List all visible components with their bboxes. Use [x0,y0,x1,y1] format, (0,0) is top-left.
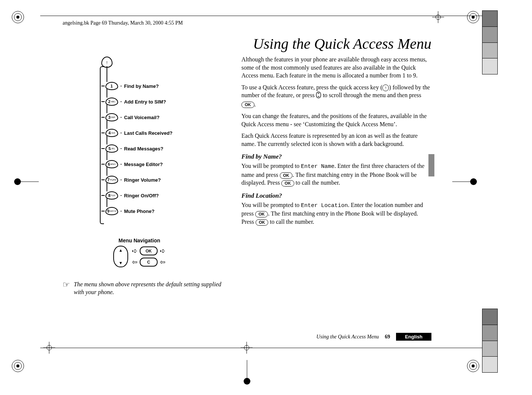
ok-key-icon: OK [140,246,158,255]
menu-item-label: Ringer Volume? [124,177,161,183]
menu-item-label: Message Editor? [124,162,163,167]
registration-dot-right [470,178,477,185]
keypad-key-icon: 3DEF [105,113,118,121]
register-cross-top [432,11,444,23]
menu-item-label: Call Voicemail? [124,115,159,120]
keypad-key-icon: 6MNO [105,160,118,168]
menu-navigation-legend: Menu Navigation ▲▼ ➪OK➪ ⇦C⇦ [98,238,180,267]
color-bar-top [482,10,498,74]
svg-point-5 [472,16,475,19]
quick-access-key-icon: ↑ [382,85,389,91]
scroll-rocker-icon: ▲▼ [113,246,128,267]
keypad-key-icon: 9WXYZ [105,207,118,215]
paragraph: To use a Quick Access feature, press the… [241,83,431,108]
pointing-hand-icon: ☞ [63,280,70,290]
page-title: Using the Quick Access Menu [241,35,431,52]
footnote: ☞ The menu shown above represents the de… [63,281,227,296]
menu-item-row: 5JKL-Read Messages? [101,144,164,153]
menu-item-row: 1-Find by Name? [101,82,159,90]
svg-point-11 [472,364,475,367]
menu-navigation-title: Menu Navigation [98,238,180,243]
menu-item-label: Read Messages? [124,146,164,152]
menu-item-row: 3DEF-Call Voicemail? [101,113,159,121]
ok-key-icon: OK [256,219,269,226]
menu-item-label: Add Entry to SIM? [124,99,166,105]
footnote-text: The menu shown above represents the defa… [74,281,227,296]
registration-mark-tr [466,10,480,24]
paragraph: Each Quick Access feature is represented… [241,132,431,148]
quick-access-menu-diagram: ↑ 1-Find by Name?2ABC-Add Entry to SIM?3… [100,63,219,227]
arrow-left-icon: ⇦ [160,259,165,265]
page-number: 69 [385,334,390,340]
menu-item-row: 4GHI-Last Calls Received? [101,129,172,137]
prompt-text: Enter Location [301,203,348,209]
paragraph: Although the features in your phone are … [241,55,431,80]
registration-mark-tl [11,10,25,24]
ok-key-icon: OK [280,172,293,179]
paragraph: You will be prompted to Enter Name. Ente… [241,162,431,187]
arrow-right-icon: ➪ [132,248,137,254]
ok-key-icon: OK [241,102,254,108]
running-header: angelsing.bk Page 69 Thursday, March 30,… [63,20,183,26]
language-badge: English [396,333,431,341]
bottom-crop-line [40,348,492,348]
menu-item-row: 2ABC-Add Entry to SIM? [101,98,166,106]
subheading-find-by-name: Find by Name? [241,153,431,160]
register-cross-bottom [43,342,55,354]
menu-item-label: Find by Name? [124,83,159,89]
registration-mark-br [466,359,480,373]
body-text: Using the Quick Access Menu Although the… [241,35,431,348]
keypad-key-icon: 2ABC [105,98,118,106]
arrow-left-icon: ⇦ [132,259,137,265]
menu-item-row: 7PQRS-Ringer Volume? [101,176,161,184]
registration-dot-left [14,178,21,185]
menu-item-label: Last Calls Received? [124,130,172,136]
arrow-right-icon: ➪ [160,248,165,254]
keypad-key-icon: 8TUV [105,191,118,200]
ok-key-icon: OK [255,211,268,217]
keypad-key-icon: 1 [105,82,118,90]
color-bar-bottom [482,309,498,373]
menu-item-row: 6MNO-Message Editor? [101,160,163,168]
paragraph: You will be prompted to Enter Location. … [241,201,431,226]
keypad-key-icon: 4GHI [105,129,118,137]
svg-point-2 [16,16,19,19]
page-footer: Using the Quick Access Menu 69 English [63,333,431,341]
prompt-text: Enter Name [301,163,335,170]
keypad-key-icon: 5JKL [105,144,118,153]
top-crop-line [40,16,492,16]
scroll-key-icon [316,92,321,101]
registration-mark-bl [11,359,25,373]
subheading-find-location: Find Location? [241,192,431,200]
paragraph: You can change the features, and the pos… [241,112,431,128]
menu-item-label: Mute Phone? [124,208,155,214]
footer-title: Using the Quick Access Menu [316,334,379,340]
menu-item-row: 9WXYZ-Mute Phone? [101,207,155,215]
menu-item-label: Ringer On/Off? [124,193,159,198]
menu-item-row: 8TUV-Ringer On/Off? [101,191,159,200]
c-key-icon: C [140,258,158,267]
ok-key-icon: OK [281,180,294,187]
keypad-key-icon: 7PQRS [105,176,118,184]
svg-point-8 [16,364,19,367]
registration-dot-bottom [244,378,250,385]
